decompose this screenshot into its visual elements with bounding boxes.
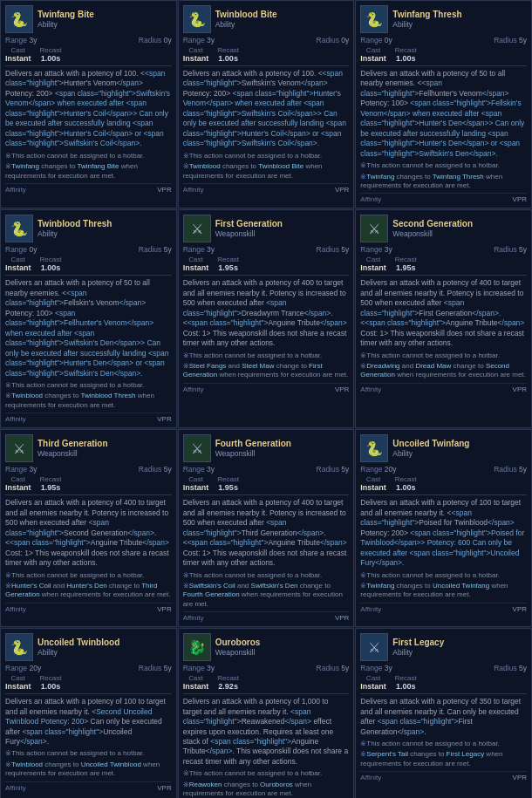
card-name: Third Generation bbox=[38, 439, 172, 449]
radius-label: Radius 0y bbox=[139, 36, 172, 44]
affinity-row: Affinity VPR bbox=[5, 781, 172, 792]
card-icon-twinfang-bite: 🐍 bbox=[5, 5, 33, 33]
affinity-value: VPR bbox=[513, 774, 527, 781]
cast-recast: Cast Instant Recast 1.00s bbox=[360, 46, 527, 63]
divider bbox=[360, 65, 527, 66]
card-desc: Delivers an attack with a potency of 100… bbox=[5, 69, 172, 149]
cast-value: Instant bbox=[360, 483, 386, 492]
affinity-row: Affinity VPR bbox=[5, 183, 172, 194]
card-header: 🐍 Uncoiled Twinblood Ability bbox=[5, 633, 172, 661]
card-stats: Range 3y Radius 5y bbox=[183, 245, 350, 254]
radius-label: Radius 5y bbox=[317, 245, 350, 254]
recast-value: 1.00s bbox=[395, 54, 417, 63]
card-stats: Range 20y Radius 5y bbox=[5, 664, 172, 672]
note: ※Twinfang changes to Twinfang Thresh whe… bbox=[360, 173, 527, 191]
card-header: ⚔ First Legacy Ability bbox=[360, 633, 527, 661]
cast-block: Cast Instant bbox=[5, 674, 31, 691]
card-stats: Range 3y Radius 5y bbox=[183, 465, 350, 474]
card-desc: Delivers an attack with a potency of 100… bbox=[5, 697, 172, 747]
card-third-generation: ⚔ Third Generation Weaponskill Range 3y … bbox=[0, 429, 177, 627]
cast-label: Cast bbox=[5, 475, 31, 483]
divider bbox=[360, 693, 527, 694]
cast-value: Instant bbox=[360, 54, 386, 63]
card-second-generation: ⚔ Second Generation Weaponskill Range 3y… bbox=[355, 209, 532, 428]
radius-label: Radius 5y bbox=[139, 245, 172, 254]
cast-block: Cast Instant bbox=[183, 256, 209, 272]
cast-block: Cast Instant bbox=[360, 674, 386, 691]
card-stats: Range 3y Radius 5y bbox=[5, 465, 172, 474]
card-ouroboros: 🐉 Ouroboros Weaponskill Range 3y Radius … bbox=[178, 628, 355, 798]
note: ※This action cannot be assigned to a hot… bbox=[360, 571, 527, 580]
affinity-row: Affinity VPR bbox=[360, 771, 527, 781]
card-type: Ability bbox=[215, 20, 350, 29]
cast-recast: Cast Instant Recast 1.95s bbox=[360, 256, 527, 272]
card-name: Uncoiled Twinfang bbox=[392, 439, 527, 449]
card-twinblood-thresh: 🐍 Twinblood Thresh Ability Range 0y Radi… bbox=[0, 209, 177, 428]
note: ※This action cannot be assigned to a hot… bbox=[360, 351, 527, 360]
range-label: Range 3y bbox=[360, 664, 392, 672]
divider bbox=[5, 494, 172, 495]
card-stats: Range 0y Radius 5y bbox=[360, 36, 527, 44]
cast-label: Cast bbox=[183, 674, 209, 682]
title-block: Twinfang Thresh Ability bbox=[392, 10, 527, 29]
note: ※Twinblood changes to Uncoiled Twinblood… bbox=[5, 760, 172, 779]
card-header: ⚔ Second Generation Weaponskill bbox=[360, 215, 527, 242]
card-stats: Range 3y Radius 0y bbox=[5, 36, 172, 44]
note: ※This action cannot be assigned to a hot… bbox=[183, 351, 350, 360]
divider bbox=[183, 693, 350, 694]
affinity-value: VPR bbox=[157, 415, 171, 423]
cast-value: Instant bbox=[183, 682, 209, 691]
cast-label: Cast bbox=[5, 46, 31, 54]
card-header: 🐍 Twinfang Bite Ability bbox=[5, 5, 172, 33]
affinity-value: VPR bbox=[335, 614, 349, 622]
recast-label: Recast bbox=[40, 674, 62, 682]
recast-value: 1.95s bbox=[40, 483, 62, 492]
note: ※Reawoken changes to Ouroboros when requ… bbox=[183, 781, 350, 798]
affinity-value: VPR bbox=[513, 605, 527, 613]
note: ※Swiftskin's Coil and Swiftskin's Den ch… bbox=[183, 582, 350, 609]
note: ※Dreadwing and Dread Maw change to Secon… bbox=[360, 362, 527, 380]
note: ※Twinfang changes to Twinfang Bite when … bbox=[5, 162, 172, 181]
recast-value: 1.95s bbox=[217, 483, 239, 492]
title-block: Third Generation Weaponskill bbox=[38, 439, 172, 458]
card-header: 🐍 Twinblood Bite Ability bbox=[183, 5, 350, 33]
divider bbox=[5, 65, 172, 66]
card-icon-twinfang-thresh: 🐍 bbox=[360, 5, 388, 33]
card-header: 🐍 Uncoiled Twinfang Ability bbox=[360, 434, 527, 462]
note: ※This action cannot be assigned to a hot… bbox=[183, 152, 350, 160]
note: ※Steel Fangs and Steel Maw change to Fir… bbox=[183, 362, 350, 380]
affinity-value: VPR bbox=[157, 186, 171, 194]
note: ※This action cannot be assigned to a hot… bbox=[5, 152, 172, 160]
cast-block: Cast Instant bbox=[360, 256, 386, 272]
divider bbox=[183, 275, 350, 276]
card-desc: Delivers an attack with a potency of 350… bbox=[360, 697, 527, 737]
cast-label: Cast bbox=[183, 475, 209, 483]
affinity-value: VPR bbox=[335, 385, 349, 393]
affinity-label: Affinity bbox=[360, 605, 381, 613]
card-icon-fourth-generation: ⚔ bbox=[183, 434, 211, 462]
cast-label: Cast bbox=[360, 256, 386, 263]
divider bbox=[360, 275, 527, 276]
affinity-row: Affinity VPR bbox=[5, 603, 172, 613]
card-icon-uncoiled-twinblood: 🐍 bbox=[5, 633, 33, 661]
cast-label: Cast bbox=[5, 674, 31, 682]
radius-label: Radius 5y bbox=[139, 465, 172, 474]
affinity-row: Affinity VPR bbox=[360, 193, 527, 203]
card-type: Ability bbox=[38, 20, 172, 29]
cast-block: Cast Instant bbox=[183, 674, 209, 691]
card-name: Twinblood Bite bbox=[215, 10, 350, 20]
note: ※Twinblood changes to Twinblood Bite whe… bbox=[183, 162, 350, 181]
range-label: Range 3y bbox=[183, 245, 215, 254]
recast-value: 1.00s bbox=[40, 54, 62, 63]
card-type: Ability bbox=[38, 648, 172, 657]
card-name: Twinblood Thresh bbox=[38, 219, 172, 229]
recast-label: Recast bbox=[40, 475, 62, 483]
card-icon-twinblood-thresh: 🐍 bbox=[5, 215, 33, 242]
card-name: First Generation bbox=[215, 219, 350, 229]
cast-block: Cast Instant bbox=[183, 46, 209, 63]
title-block: Twinblood Thresh Ability bbox=[38, 219, 172, 238]
recast-block: Recast 1.00s bbox=[217, 46, 239, 63]
card-header: ⚔ Third Generation Weaponskill bbox=[5, 434, 172, 462]
range-label: Range 20y bbox=[360, 465, 396, 474]
card-stats: Range 3y Radius 5y bbox=[360, 245, 527, 254]
